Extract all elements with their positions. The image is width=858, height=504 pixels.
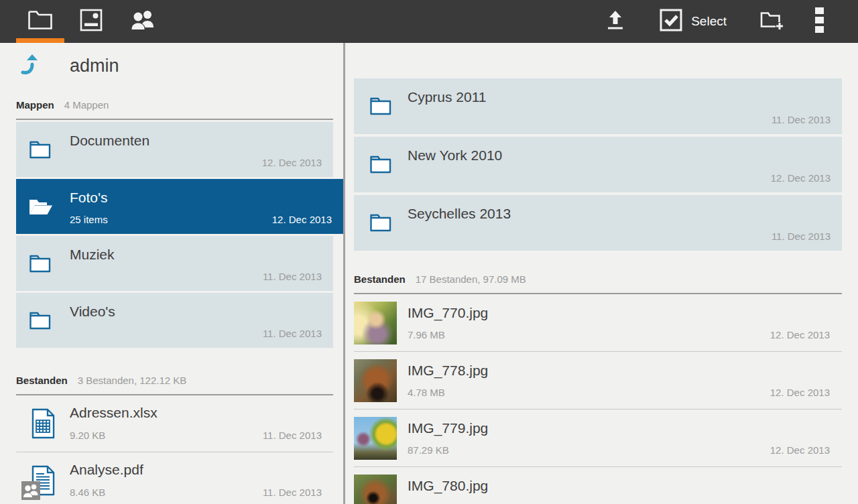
- folder-icon: [367, 151, 394, 178]
- contacts-tab-icon: [128, 9, 156, 34]
- file-size: 7.96 MB: [408, 329, 445, 340]
- folders-tab-icon: [27, 9, 54, 34]
- folder-date: 12. Dec 2013: [272, 214, 332, 225]
- top-toolbar: Select: [0, 0, 858, 43]
- file-row[interactable]: IMG_780.jpg 4.94 MB 12. Dec 2013: [354, 467, 842, 504]
- folder-name: Documenten: [70, 133, 149, 149]
- folder-icon: [27, 193, 54, 220]
- right-folder-list: Cyprus 2011 11. Dec 2013 New York 2010 1…: [345, 78, 858, 251]
- folder-date: 11. Dec 2013: [772, 231, 831, 242]
- navigate-up-icon[interactable]: [16, 52, 40, 79]
- folder-row[interactable]: New York 2010 12. Dec 2013: [354, 137, 842, 192]
- overflow-menu-button[interactable]: [815, 6, 824, 37]
- folder-name: Muziek: [70, 247, 115, 263]
- files-section-summary: 17 Bestanden, 97.09 MB: [416, 273, 526, 285]
- folder-name: New York 2010: [408, 147, 502, 164]
- file-name: IMG_779.jpg: [408, 420, 488, 436]
- overflow-menu-icon: [815, 6, 824, 37]
- toolbar-actions: Select: [602, 6, 824, 37]
- file-row[interactable]: Analyse.pdf 8.46 KB 11. Dec 2013: [16, 452, 333, 504]
- tab-gallery[interactable]: [66, 0, 117, 43]
- tab-files[interactable]: [15, 0, 66, 43]
- file-date: 12. Dec 2013: [770, 444, 830, 456]
- folder-date: 12. Dec 2013: [262, 157, 322, 168]
- gallery-tab-icon: [80, 9, 103, 34]
- file-date: 11. Dec 2013: [263, 487, 322, 498]
- files-section-summary: 3 Bestanden, 122.12 KB: [78, 375, 187, 386]
- file-row[interactable]: IMG_770.jpg 7.96 MB 12. Dec 2013: [354, 294, 842, 352]
- folder-icon: [27, 136, 54, 163]
- file-name: Analyse.pdf: [70, 462, 143, 478]
- file-size: 9.20 KB: [70, 430, 105, 441]
- folder-row[interactable]: Foto's 25 items 12. Dec 2013: [16, 179, 343, 234]
- file-row[interactable]: Adressen.xlsx 9.20 KB 11. Dec 2013: [16, 395, 333, 452]
- left-pane: admin Mappen 4 Mappen Documenten 1: [0, 43, 343, 504]
- file-name: IMG_778.jpg: [408, 363, 488, 379]
- file-size: 4.78 MB: [408, 387, 445, 398]
- file-date: 11. Dec 2013: [263, 430, 322, 441]
- select-checkbox-icon: [660, 9, 682, 34]
- select-button-label: Select: [691, 14, 727, 29]
- image-thumbnail: [354, 417, 397, 460]
- files-section-label: Bestanden: [16, 375, 68, 386]
- file-name: IMG_770.jpg: [408, 305, 488, 321]
- left-folder-list: Documenten 12. Dec 2013 Foto's 25 items: [0, 122, 343, 348]
- image-thumbnail: [354, 359, 397, 402]
- folder-icon: [27, 250, 54, 277]
- folder-date: 11. Dec 2013: [263, 328, 322, 339]
- upload-button[interactable]: [602, 8, 629, 35]
- folder-row[interactable]: Documenten 12. Dec 2013: [16, 122, 333, 177]
- folder-details: 25 items: [70, 214, 108, 225]
- select-button[interactable]: Select: [660, 9, 727, 34]
- new-folder-icon: [757, 7, 784, 36]
- spreadsheet-file-icon: [31, 408, 55, 439]
- current-folder-title: admin: [70, 56, 119, 76]
- folder-date: 11. Dec 2013: [772, 114, 831, 125]
- folder-date: 11. Dec 2013: [263, 271, 322, 282]
- tab-contacts[interactable]: [117, 0, 168, 43]
- file-row[interactable]: IMG_778.jpg 4.78 MB 12. Dec 2013: [354, 352, 842, 410]
- folder-name: Seychelles 2013: [408, 206, 511, 222]
- folders-section-header: Mappen 4 Mappen: [16, 99, 343, 111]
- folder-name: Foto's: [70, 190, 108, 206]
- file-size: 8.46 KB: [70, 487, 105, 498]
- folder-row[interactable]: Seychelles 2013 11. Dec 2013: [354, 195, 842, 251]
- breadcrumb: admin: [16, 51, 343, 80]
- folder-icon: [367, 92, 394, 119]
- folder-icon: [367, 209, 394, 236]
- folders-section-summary: 4 Mappen: [64, 99, 109, 111]
- upload-icon: [602, 8, 629, 35]
- files-section-label: Bestanden: [354, 273, 406, 285]
- image-thumbnail: [354, 475, 397, 504]
- new-folder-button[interactable]: [757, 7, 784, 36]
- file-date: 12. Dec 2013: [770, 387, 830, 398]
- folders-section-label: Mappen: [16, 99, 54, 111]
- left-file-list: Adressen.xlsx 9.20 KB 11. Dec 2013: [0, 395, 343, 504]
- folder-icon: [27, 307, 54, 334]
- file-name: IMG_780.jpg: [408, 478, 488, 494]
- folder-date: 12. Dec 2013: [771, 172, 831, 184]
- shared-badge-icon: [21, 481, 40, 500]
- file-row[interactable]: IMG_779.jpg 87.29 KB 12. Dec 2013: [354, 410, 842, 467]
- section-divider: [16, 119, 333, 120]
- right-file-list: IMG_770.jpg 7.96 MB 12. Dec 2013 IMG_778…: [345, 294, 858, 504]
- files-section-header: Bestanden 17 Bestanden, 97.09 MB: [354, 273, 858, 285]
- file-name: Adressen.xlsx: [70, 405, 158, 421]
- toolbar-tabs: [15, 0, 168, 43]
- folder-name: Video's: [70, 304, 115, 320]
- right-pane: Cyprus 2011 11. Dec 2013 New York 2010 1…: [345, 43, 858, 504]
- folder-row[interactable]: Cyprus 2011 11. Dec 2013: [354, 78, 842, 134]
- files-section-header: Bestanden 3 Bestanden, 122.12 KB: [16, 375, 343, 386]
- folder-row[interactable]: Video's 11. Dec 2013: [16, 293, 333, 348]
- file-date: 12. Dec 2013: [770, 329, 830, 340]
- folder-row[interactable]: Muziek 11. Dec 2013: [16, 236, 333, 291]
- folder-name: Cyprus 2011: [408, 89, 487, 105]
- image-thumbnail: [354, 302, 397, 344]
- file-size: 87.29 KB: [408, 444, 449, 456]
